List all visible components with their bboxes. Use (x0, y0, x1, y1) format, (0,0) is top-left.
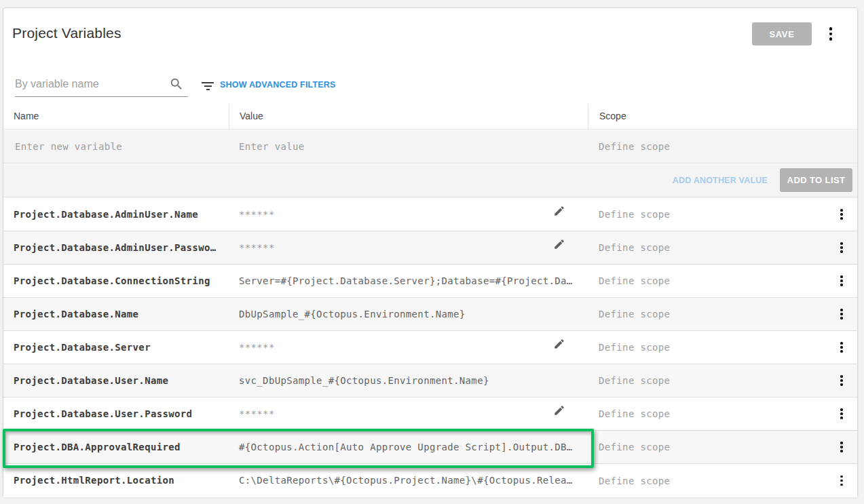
variables-card: Project Variables SAVE SHOW ADVANCED FIL… (3, 7, 858, 497)
variable-value: #{Octopus.Action[Auto Approve Upgrade Sc… (229, 431, 588, 463)
kebab-dot (840, 309, 843, 311)
variable-row[interactable]: Project.HtmlReport.Location C:\DeltaRepo… (3, 464, 857, 497)
column-header-value: Value (229, 104, 588, 129)
row-overflow-menu-button[interactable] (834, 236, 849, 259)
variable-value-text: Server=#{Project.Database.Server};Databa… (239, 275, 573, 286)
variable-scope: Define scope (588, 464, 857, 497)
variable-name: Project.Database.ConnectionString (3, 265, 229, 297)
variable-name: Project.Database.User.Name (3, 364, 229, 397)
new-variable-name-input[interactable] (15, 130, 229, 163)
row-overflow-menu-button[interactable] (834, 369, 849, 392)
filter-bar (202, 82, 214, 83)
kebab-dot (840, 412, 843, 415)
variable-scope: Define scope (588, 398, 857, 430)
row-overflow-menu-button[interactable] (834, 203, 849, 226)
variable-name: Project.Database.Server (3, 331, 229, 364)
new-variable-scope-input[interactable] (599, 130, 857, 163)
search-icon (169, 77, 184, 92)
save-button[interactable]: SAVE (752, 22, 812, 45)
kebab-dot (840, 246, 843, 249)
table-header-row: Name Value Scope (3, 104, 857, 130)
kebab-dot (840, 217, 843, 220)
define-scope-label[interactable]: Define scope (599, 231, 834, 264)
variable-name: Project.HtmlReport.Location (3, 464, 229, 497)
pencil-icon (553, 338, 565, 350)
variable-name: Project.Database.AdminUser.Passwo… (3, 231, 229, 264)
kebab-dot (840, 350, 843, 353)
kebab-dot (840, 213, 843, 216)
kebab-dot (829, 37, 833, 41)
variable-value-text: ****** (239, 342, 275, 353)
variable-row[interactable]: Project.Database.User.Name svc_DbUpSampl… (3, 364, 857, 398)
variable-row[interactable]: Project.DBA.ApprovalRequired #{Octopus.A… (3, 431, 857, 464)
row-overflow-menu-button[interactable] (834, 402, 849, 425)
variable-scope: Define scope (588, 231, 857, 264)
row-overflow-menu-button[interactable] (834, 435, 849, 459)
search-input[interactable] (15, 75, 188, 97)
define-scope-label[interactable]: Define scope (599, 331, 834, 364)
variable-rows: Project.Database.AdminUser.Name ****** D… (3, 198, 857, 497)
kebab-dot (840, 284, 843, 286)
define-scope-label[interactable]: Define scope (599, 398, 834, 430)
define-scope-label[interactable]: Define scope (599, 265, 834, 297)
variable-row[interactable]: Project.Database.Server ****** Define sc… (3, 331, 857, 364)
variable-value-text: DbUpSample_#{Octopus.Environment.Name} (239, 309, 466, 319)
variable-value-text: #{Octopus.Action[Auto Approve Upgrade Sc… (239, 442, 573, 452)
add-another-value-button[interactable]: ADD ANOTHER VALUE (673, 176, 768, 185)
variable-row[interactable]: Project.Database.User.Password ****** De… (3, 398, 857, 431)
variable-row[interactable]: Project.Database.Name DbUpSample_#{Octop… (3, 298, 857, 331)
define-scope-label[interactable]: Define scope (599, 298, 834, 330)
variable-value: ****** (229, 398, 588, 430)
kebab-dot (840, 313, 843, 315)
variable-scope: Define scope (588, 198, 857, 231)
variable-value: ****** (229, 231, 588, 264)
pencil-icon (553, 238, 565, 250)
row-overflow-menu-button[interactable] (834, 469, 849, 492)
variable-name: Project.Database.Name (3, 298, 229, 330)
kebab-dot (840, 416, 843, 419)
kebab-dot (840, 442, 843, 444)
kebab-dot (840, 379, 843, 382)
new-variable-value-input[interactable] (239, 130, 588, 163)
filter-bar (204, 85, 212, 87)
variable-row[interactable]: Project.Database.ConnectionString Server… (3, 265, 857, 298)
variable-value: svc_DbUpSample_#{Octopus.Environment.Nam… (229, 364, 588, 397)
variable-row[interactable]: Project.Database.AdminUser.Passwo… *****… (3, 231, 857, 265)
variable-value-text: ****** (239, 209, 275, 220)
define-scope-label[interactable]: Define scope (599, 431, 834, 463)
kebab-dot (840, 476, 843, 478)
show-advanced-filters-link[interactable]: SHOW ADVANCED FILTERS (220, 80, 336, 90)
kebab-dot (840, 250, 843, 253)
card-overflow-menu-button[interactable] (822, 21, 840, 47)
kebab-dot (840, 446, 843, 448)
kebab-dot (840, 317, 843, 319)
variable-row[interactable]: Project.Database.AdminUser.Name ****** D… (3, 198, 857, 231)
edit-pencil-icon[interactable] (552, 338, 566, 351)
filter-bar (206, 89, 210, 90)
kebab-dot (840, 275, 843, 278)
row-overflow-menu-button[interactable] (834, 269, 849, 292)
define-scope-label[interactable]: Define scope (599, 364, 834, 397)
variable-name: Project.Database.User.Password (3, 398, 229, 430)
variable-scope: Define scope (588, 331, 857, 364)
filter-icon[interactable] (198, 77, 217, 96)
row-overflow-menu-button[interactable] (834, 336, 849, 359)
edit-pencil-icon[interactable] (552, 238, 566, 252)
row-overflow-menu-button[interactable] (834, 303, 849, 326)
kebab-dot (840, 480, 843, 482)
define-scope-label[interactable]: Define scope (599, 465, 834, 497)
variable-value-text: svc_DbUpSample_#{Octopus.Environment.Nam… (239, 375, 489, 386)
kebab-dot (840, 346, 843, 349)
edit-pencil-icon[interactable] (552, 404, 566, 418)
page-title: Project Variables (12, 25, 121, 41)
kebab-dot (840, 383, 843, 386)
kebab-dot (829, 27, 833, 31)
kebab-dot (840, 242, 843, 245)
edit-pencil-icon[interactable] (552, 205, 566, 218)
add-to-list-button[interactable]: ADD TO LIST (780, 168, 852, 192)
variable-value: ****** (229, 331, 588, 364)
define-scope-label[interactable]: Define scope (599, 198, 834, 231)
variable-scope: Define scope (588, 431, 857, 463)
variable-value-text: ****** (239, 242, 275, 253)
project-variables-page: Project Variables SAVE SHOW ADVANCED FIL… (0, 0, 864, 504)
